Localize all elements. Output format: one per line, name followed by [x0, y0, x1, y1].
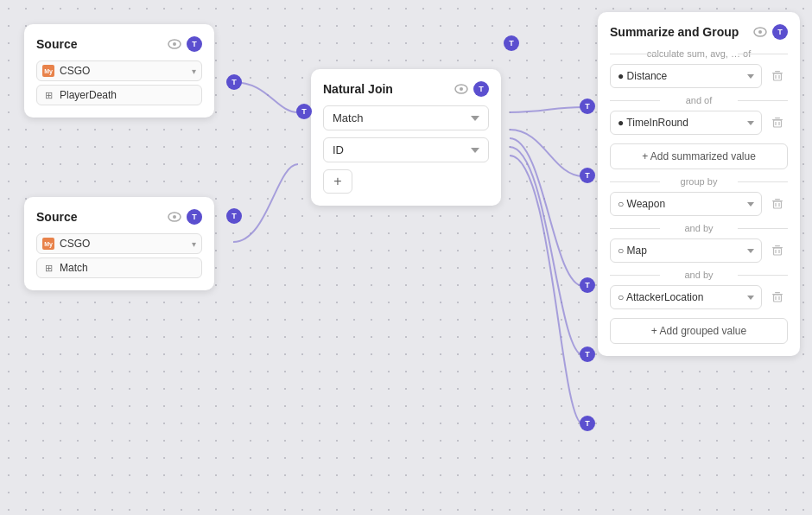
t-badge-grp2[interactable]: T	[580, 347, 595, 362]
t-badge-sum1[interactable]: T	[580, 99, 595, 114]
table-icon-2: ⊞	[42, 262, 54, 274]
summarize-node: Summarize and Group T calculate sum, avg…	[598, 12, 800, 356]
weapon-delete-btn[interactable]	[767, 194, 788, 214]
map-row: ○ Map	[610, 238, 788, 263]
svg-rect-10	[774, 73, 782, 80]
join-title: Natural Join	[323, 82, 393, 96]
svg-rect-20	[774, 201, 782, 208]
source1-table-item[interactable]: ⊞ PlayerDeath	[36, 85, 202, 105]
attackerlocation-row: ○ AttackerLocation	[610, 285, 788, 309]
add-grouped-btn[interactable]: + Add grouped value	[610, 318, 788, 344]
svg-point-1	[173, 42, 176, 46]
attackerlocation-delete-btn[interactable]	[767, 287, 788, 308]
join-header: Natural Join T	[323, 81, 489, 97]
source2-icons: T	[168, 209, 202, 225]
svg-rect-24	[775, 245, 780, 246]
summarize-icons: T	[753, 24, 788, 40]
source1-table-label: PlayerDeath	[60, 89, 117, 101]
map-delete-btn[interactable]	[767, 240, 788, 261]
mysql-icon-2: My	[42, 238, 54, 250]
svg-rect-30	[774, 295, 782, 302]
mysql-icon-1: My	[42, 65, 54, 77]
join-add-button[interactable]: +	[323, 169, 352, 194]
source2-arrow-icon: ▾	[192, 239, 196, 249]
distance-row: ● Distance	[610, 64, 788, 88]
source1-arrow-icon: ▾	[192, 67, 196, 76]
t-badge-grp1[interactable]: T	[580, 277, 595, 293]
and-of-label: and of	[610, 95, 788, 105]
source1-title: Source	[36, 37, 77, 51]
timeinround-delete-btn[interactable]	[767, 112, 788, 133]
svg-rect-25	[774, 248, 782, 255]
distance-delete-btn[interactable]	[767, 66, 788, 86]
svg-rect-15	[774, 120, 782, 127]
distance-select[interactable]: ● Distance	[610, 64, 762, 88]
weapon-select[interactable]: ○ Weapon	[610, 192, 762, 216]
svg-rect-14	[775, 118, 780, 118]
source1-db-label: CSGO	[60, 65, 90, 77]
join-t-badge[interactable]: T	[473, 81, 489, 97]
t-badge-join-in1[interactable]: T	[296, 104, 312, 119]
table-icon-1: ⊞	[42, 89, 54, 101]
join-field-select[interactable]: ID	[323, 137, 489, 162]
source2-header: Source T	[36, 209, 202, 225]
map-select[interactable]: ○ Map	[610, 238, 762, 263]
source2-mysql-item[interactable]: My CSGO ▾	[36, 233, 202, 254]
source1-icons: T	[168, 36, 202, 52]
t-badge-join-out[interactable]: T	[504, 35, 519, 51]
svg-rect-29	[775, 292, 780, 293]
source2-db-label: CSGO	[60, 238, 90, 250]
natural-join-node: Natural Join T Match Inner Join Left Joi…	[311, 69, 501, 206]
source1-t-badge[interactable]: T	[187, 36, 202, 52]
timeinround-row: ● TimeInRound	[610, 111, 788, 135]
source2-eye-icon[interactable]	[168, 210, 181, 224]
add-summarized-btn[interactable]: + Add summarized value	[610, 143, 788, 169]
and-by-2-label: and by	[610, 270, 788, 280]
summarize-header: Summarize and Group T	[610, 24, 788, 40]
t-badge-source1-out[interactable]: T	[226, 74, 242, 90]
attackerlocation-select[interactable]: ○ AttackerLocation	[610, 285, 762, 309]
weapon-row: ○ Weapon	[610, 192, 788, 216]
group-by-label: group by	[610, 176, 788, 187]
t-badge-sum2[interactable]: T	[580, 168, 595, 183]
source2-title: Source	[36, 210, 77, 224]
and-by-1-label: and by	[610, 223, 788, 233]
svg-point-3	[173, 215, 176, 219]
svg-rect-9	[775, 71, 780, 72]
source1-mysql-item[interactable]: My CSGO ▾	[36, 60, 202, 81]
svg-rect-19	[775, 199, 780, 200]
svg-point-7	[758, 30, 762, 34]
join-type-select[interactable]: Match Inner Join Left Join	[323, 105, 489, 130]
source2-table-item[interactable]: ⊞ Match	[36, 258, 202, 278]
join-icons: T	[454, 81, 489, 97]
join-eye-icon[interactable]	[454, 82, 468, 96]
source1-header: Source T	[36, 36, 202, 52]
source2-table-label: Match	[60, 262, 88, 274]
source1-eye-icon[interactable]	[168, 37, 181, 51]
t-badge-grp3[interactable]: T	[580, 416, 595, 431]
timeinround-select[interactable]: ● TimeInRound	[610, 111, 762, 135]
t-badge-source2-out[interactable]: T	[226, 208, 242, 224]
svg-point-5	[460, 87, 463, 91]
summarize-title: Summarize and Group	[610, 25, 739, 39]
summarize-eye-icon[interactable]	[753, 25, 767, 39]
calculate-label: calculate sum, avg, … of	[610, 48, 788, 59]
source-node-2: Source T My CSGO ▾ ⊞ Match	[24, 197, 214, 290]
source-node-1: Source T My CSGO ▾ ⊞ PlayerDeath	[24, 24, 214, 118]
summarize-t-badge[interactable]: T	[772, 24, 788, 40]
source2-t-badge[interactable]: T	[187, 209, 202, 225]
